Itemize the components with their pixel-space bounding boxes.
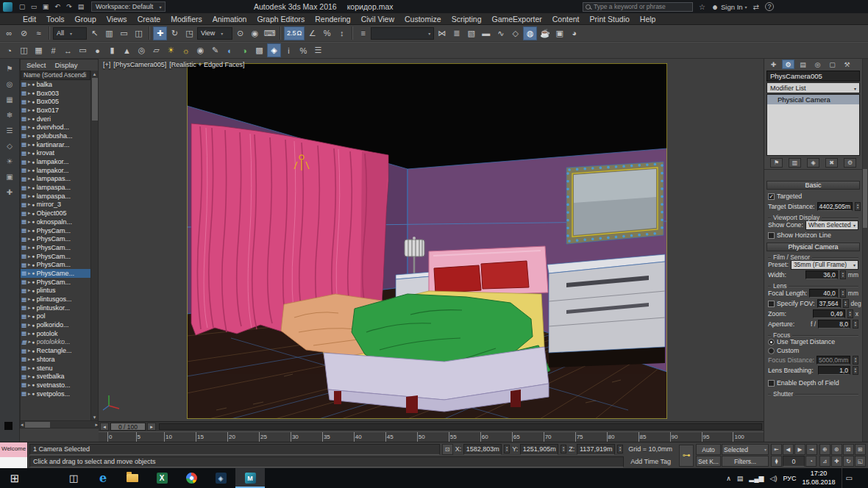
- max-taskbar-icon[interactable]: M: [235, 468, 265, 488]
- focus-distance-field[interactable]: 5000,0mm: [817, 356, 850, 365]
- visibility-icon[interactable]: ▦: [21, 339, 26, 345]
- explorer-visibility-icon[interactable]: ▦: [6, 96, 13, 104]
- list-item[interactable]: ▦ ▸ ● lampakor...: [21, 157, 90, 166]
- expand-arrow-icon[interactable]: ▸: [28, 391, 31, 397]
- scroll-up-icon[interactable]: ▴: [93, 71, 96, 77]
- select-and-link-icon[interactable]: ∞: [2, 26, 16, 40]
- spinner[interactable]: [840, 270, 846, 279]
- key-mode-toggle[interactable]: ⧫: [771, 456, 782, 467]
- expand-arrow-icon[interactable]: ▸: [28, 168, 31, 173]
- expand-arrow-icon[interactable]: ▸: [28, 193, 31, 199]
- panel-resize-handle[interactable]: [4, 422, 13, 430]
- expand-arrow-icon[interactable]: ▸: [28, 201, 31, 207]
- visibility-icon[interactable]: ▦: [21, 262, 26, 268]
- targeted-checkbox[interactable]: [768, 193, 775, 200]
- visibility-icon[interactable]: ▦: [21, 270, 26, 276]
- expand-arrow-icon[interactable]: ▸: [28, 322, 31, 328]
- rollout-physical-camera[interactable]: Physical Camera: [766, 243, 860, 251]
- menu-tools[interactable]: Tools: [41, 15, 70, 24]
- redo-icon[interactable]: ↷: [63, 1, 75, 12]
- modify-tab[interactable]: ⚙: [782, 60, 794, 69]
- key-selection-dropdown[interactable]: Selected▾: [722, 444, 769, 455]
- visibility-icon[interactable]: ▦: [21, 176, 26, 182]
- excel-icon[interactable]: X: [147, 468, 177, 488]
- zoom-all-icon[interactable]: ⊛: [831, 444, 842, 455]
- primitive-cylinder-icon[interactable]: ▮: [105, 43, 119, 57]
- visibility-icon[interactable]: ▦: [21, 115, 26, 122]
- explorer-menu-display[interactable]: Display: [54, 61, 77, 69]
- macro-recorder-pane[interactable]: Welcome tc: [0, 442, 27, 457]
- visibility-icon[interactable]: ▦: [21, 227, 26, 234]
- viewport-layout-icon[interactable]: ◫: [17, 43, 31, 57]
- visibility-icon[interactable]: ▦: [21, 193, 26, 199]
- spinner[interactable]: [504, 445, 510, 453]
- set-keys-button[interactable]: ⊶: [679, 445, 694, 467]
- communication-center-icon[interactable]: ⇄: [753, 3, 759, 11]
- expand-arrow-icon[interactable]: ▸: [28, 228, 31, 234]
- configure-modifier-icon[interactable]: ⚙: [844, 158, 856, 168]
- visibility-icon[interactable]: ▦: [21, 218, 26, 225]
- spinner[interactable]: [843, 299, 849, 308]
- list-item[interactable]: ▦ ▸ ● dveri: [21, 115, 90, 123]
- zoom-extents-icon[interactable]: ⊠: [843, 444, 854, 455]
- select-and-scale-icon[interactable]: ◳: [182, 26, 196, 40]
- menu-graph-editors[interactable]: Graph Editors: [252, 15, 310, 24]
- list-item[interactable]: ▦ ▸ ● shtora: [21, 355, 90, 364]
- spinner-snap-icon[interactable]: ↕: [335, 26, 349, 40]
- menu-gameexporter[interactable]: GameExporter: [486, 15, 547, 24]
- menu-content[interactable]: Content: [547, 15, 585, 24]
- visibility-icon[interactable]: ▦: [21, 304, 26, 311]
- expand-arrow-icon[interactable]: ▸: [28, 133, 31, 139]
- taskbar-clock[interactable]: 17:20 15.08.2018: [803, 470, 836, 487]
- mirror-object[interactable]: [566, 162, 664, 244]
- task-view-button[interactable]: ◫: [59, 468, 88, 488]
- next-frame-arrow[interactable]: ▸: [147, 423, 156, 431]
- menu-animation[interactable]: Animation: [207, 15, 252, 24]
- project-folder-icon[interactable]: ▤: [75, 1, 87, 12]
- list-item[interactable]: ▦ ▸ ● stenu: [21, 364, 90, 373]
- app-icon[interactable]: ◈: [206, 468, 235, 488]
- expand-arrow-icon[interactable]: ▸: [28, 356, 31, 362]
- search-button[interactable]: [29, 468, 59, 488]
- show-cone-dropdown[interactable]: When Selected: [805, 220, 858, 230]
- visibility-icon[interactable]: ▦: [21, 373, 26, 380]
- primitive-plane-icon[interactable]: ▱: [149, 43, 163, 57]
- z-coordinate-field[interactable]: 1137,919m: [577, 444, 615, 455]
- go-to-end-button[interactable]: ⇥: [806, 444, 817, 455]
- list-item[interactable]: ▦ ▸ ● oknospaln...: [21, 218, 90, 226]
- menu-views[interactable]: Views: [102, 15, 132, 24]
- explorer-geometry-icon[interactable]: ◇: [7, 142, 13, 150]
- modifier-stack[interactable]: Physical Camera: [766, 94, 860, 156]
- expand-arrow-icon[interactable]: ▸: [28, 124, 31, 130]
- list-item[interactable]: ▦ ▸ ● Rectangle...: [21, 346, 90, 355]
- explorer-lights-icon[interactable]: ☀: [7, 157, 13, 165]
- list-item[interactable]: ▦ ▸ ● svetpolos...: [21, 390, 90, 398]
- menu-edit[interactable]: Edit: [18, 15, 41, 24]
- sunlight-icon[interactable]: ☀: [164, 43, 178, 57]
- window-crossing-icon[interactable]: ◫: [132, 26, 146, 40]
- explorer-menu-select[interactable]: Select: [26, 61, 46, 69]
- visibility-icon[interactable]: ▦: [21, 330, 26, 337]
- list-item[interactable]: ▦ ▸ ● dvervhod...: [21, 123, 90, 132]
- visibility-icon[interactable]: ▦: [21, 141, 26, 148]
- expand-arrow-icon[interactable]: ▸: [28, 150, 31, 156]
- list-item[interactable]: ▦ ▸ ● kartinarar...: [21, 140, 90, 149]
- motion-tab[interactable]: ◎: [811, 60, 824, 69]
- edge-icon[interactable]: e: [88, 468, 118, 488]
- list-item[interactable]: ▦ ▸ ● krovat: [21, 149, 90, 158]
- zoom-extents-all-icon[interactable]: ⊞: [855, 444, 866, 455]
- current-frame-field[interactable]: 0: [783, 456, 805, 467]
- spinner[interactable]: [840, 289, 846, 298]
- tray-volume-icon[interactable]: ◁): [770, 475, 778, 482]
- visibility-icon[interactable]: ▦: [21, 390, 26, 397]
- menu-customize[interactable]: Customize: [399, 15, 447, 24]
- modifier-list-dropdown[interactable]: Modifier List: [766, 82, 860, 93]
- undo-view-icon[interactable]: ◔: [2, 43, 16, 57]
- tray-app-icon[interactable]: ▤: [737, 475, 744, 482]
- visibility-icon[interactable]: ▦: [21, 150, 26, 157]
- expand-arrow-icon[interactable]: ▸: [28, 382, 31, 388]
- focal-length-field[interactable]: 40,0: [809, 289, 838, 298]
- fov-button-icon[interactable]: ⊿: [819, 456, 830, 467]
- measure-icon[interactable]: ↔: [61, 43, 75, 57]
- list-item[interactable]: ▦ ▸ ● pol: [21, 312, 90, 321]
